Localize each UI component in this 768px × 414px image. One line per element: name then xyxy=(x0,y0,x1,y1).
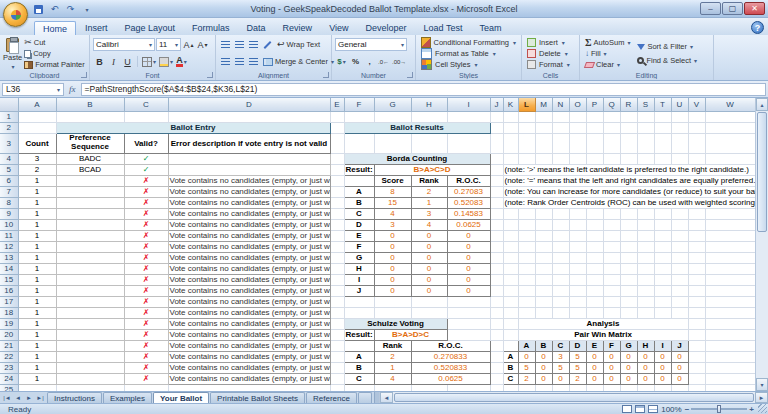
cell-O10[interactable] xyxy=(569,219,586,230)
cell-P22[interactable]: 0 xyxy=(586,351,603,362)
row-header-5[interactable]: 5 xyxy=(0,164,18,175)
cell-K11[interactable] xyxy=(503,230,518,241)
cell-J1[interactable] xyxy=(490,111,503,122)
cell-B15[interactable] xyxy=(56,274,124,285)
cell-J25[interactable] xyxy=(490,384,503,391)
row-header-16[interactable]: 16 xyxy=(0,285,18,296)
cell-A16[interactable]: 1 xyxy=(18,285,56,296)
cell-C14[interactable]: ✗ xyxy=(124,263,168,274)
increase-decimal-button[interactable]: .0← xyxy=(377,55,390,68)
cell-Q15[interactable] xyxy=(603,274,620,285)
cell-P16[interactable] xyxy=(586,285,603,296)
cell-F11[interactable]: E xyxy=(344,230,374,241)
cell-J5[interactable] xyxy=(490,164,503,175)
cell-T11[interactable] xyxy=(654,230,671,241)
cell-I18[interactable] xyxy=(447,307,490,318)
next-sheet-button[interactable]: ► xyxy=(24,395,34,401)
cell-K4[interactable] xyxy=(503,153,518,164)
cell-I9[interactable]: 0.14583 xyxy=(447,208,490,219)
cell-B11[interactable] xyxy=(56,230,124,241)
cell-O15[interactable] xyxy=(569,274,586,285)
cell-W4[interactable] xyxy=(705,153,755,164)
cell-S3[interactable] xyxy=(637,133,654,153)
cell-G9[interactable]: 4 xyxy=(374,208,411,219)
cell-G7[interactable]: 8 xyxy=(374,186,411,197)
cell-F9[interactable]: C xyxy=(344,208,374,219)
fill-color-button[interactable]: ▾ xyxy=(158,55,174,68)
cell-W15[interactable] xyxy=(705,274,755,285)
cell-A12[interactable]: 1 xyxy=(18,241,56,252)
cell-P18[interactable] xyxy=(586,307,603,318)
cell-C7[interactable]: ✗ xyxy=(124,186,168,197)
cell-C18[interactable]: ✗ xyxy=(124,307,168,318)
cell-U3[interactable] xyxy=(671,133,688,153)
cell-Q16[interactable] xyxy=(603,285,620,296)
cell-R3[interactable] xyxy=(620,133,637,153)
cell-M1[interactable] xyxy=(535,111,552,122)
close-button[interactable]: ✕ xyxy=(744,2,765,15)
row-header-10[interactable]: 10 xyxy=(0,219,18,230)
clipboard-dialog-launcher[interactable] xyxy=(81,72,87,78)
cell-S14[interactable] xyxy=(637,263,654,274)
cell-C23[interactable]: ✗ xyxy=(124,362,168,373)
cell-T12[interactable] xyxy=(654,241,671,252)
cell-B1[interactable] xyxy=(56,111,124,122)
zoom-level[interactable]: 100% xyxy=(661,405,681,414)
cell-V18[interactable] xyxy=(688,307,705,318)
cell-H21[interactable]: R.O.C. xyxy=(411,340,490,351)
cell-V19[interactable] xyxy=(688,318,705,329)
cell-H25[interactable] xyxy=(411,384,447,391)
cell-K6[interactable]: (note: '=' means that the left and right… xyxy=(503,175,755,186)
cell-V20[interactable] xyxy=(688,329,705,340)
align-middle-button[interactable] xyxy=(233,38,246,51)
row-header-22[interactable]: 22 xyxy=(0,351,18,362)
cell-F4[interactable]: Borda Counting xyxy=(344,153,490,164)
cell-C4[interactable]: ✓ xyxy=(124,153,168,164)
cell-O13[interactable] xyxy=(569,252,586,263)
cell-V17[interactable] xyxy=(688,296,705,307)
cell-G1[interactable] xyxy=(374,111,411,122)
cell-T18[interactable] xyxy=(654,307,671,318)
cell-S9[interactable] xyxy=(637,208,654,219)
find-select-button[interactable]: Find & Select▾ xyxy=(635,55,699,66)
cell-S1[interactable] xyxy=(637,111,654,122)
orientation-button[interactable] xyxy=(261,38,274,51)
cell-M16[interactable] xyxy=(535,285,552,296)
cell-S10[interactable] xyxy=(637,219,654,230)
cell-D10[interactable]: Vote contains no candidates (empty, or j… xyxy=(168,219,330,230)
help-button[interactable]: ? xyxy=(751,21,764,34)
cell-I17[interactable] xyxy=(447,296,490,307)
cell-R2[interactable] xyxy=(620,122,637,133)
row-header-20[interactable]: 20 xyxy=(0,329,18,340)
cell-K10[interactable] xyxy=(503,219,518,230)
cell-A11[interactable]: 1 xyxy=(18,230,56,241)
cell-S23[interactable]: 0 xyxy=(637,362,654,373)
cell-G8[interactable]: 15 xyxy=(374,197,411,208)
cell-N17[interactable] xyxy=(552,296,569,307)
cell-U14[interactable] xyxy=(671,263,688,274)
shrink-font-button[interactable]: A▾ xyxy=(196,38,209,51)
cell-M24[interactable]: 0 xyxy=(535,373,552,384)
cell-C19[interactable]: ✗ xyxy=(124,318,168,329)
alignment-dialog-launcher[interactable] xyxy=(323,72,329,78)
cell-D17[interactable]: Vote contains no candidates (empty, or j… xyxy=(168,296,330,307)
sheet-tab-reference[interactable]: Reference xyxy=(306,392,357,403)
column-header-G[interactable]: G xyxy=(374,98,411,111)
cell-V12[interactable] xyxy=(688,241,705,252)
cell-E8[interactable] xyxy=(330,197,344,208)
cell-F7[interactable]: A xyxy=(344,186,374,197)
cell-A9[interactable]: 1 xyxy=(18,208,56,219)
cell-I8[interactable]: 0.52083 xyxy=(447,197,490,208)
cell-P21[interactable]: E xyxy=(586,340,603,351)
font-color-button[interactable]: A▾ xyxy=(175,55,188,68)
cell-O18[interactable] xyxy=(569,307,586,318)
cell-V1[interactable] xyxy=(688,111,705,122)
cell-D21[interactable]: Vote contains no candidates (empty, or j… xyxy=(168,340,330,351)
cell-N16[interactable] xyxy=(552,285,569,296)
row-header-17[interactable]: 17 xyxy=(0,296,18,307)
cell-N12[interactable] xyxy=(552,241,569,252)
cell-S21[interactable]: H xyxy=(637,340,654,351)
row-header-6[interactable]: 6 xyxy=(0,175,18,186)
cell-U10[interactable] xyxy=(671,219,688,230)
cell-L17[interactable] xyxy=(518,296,535,307)
